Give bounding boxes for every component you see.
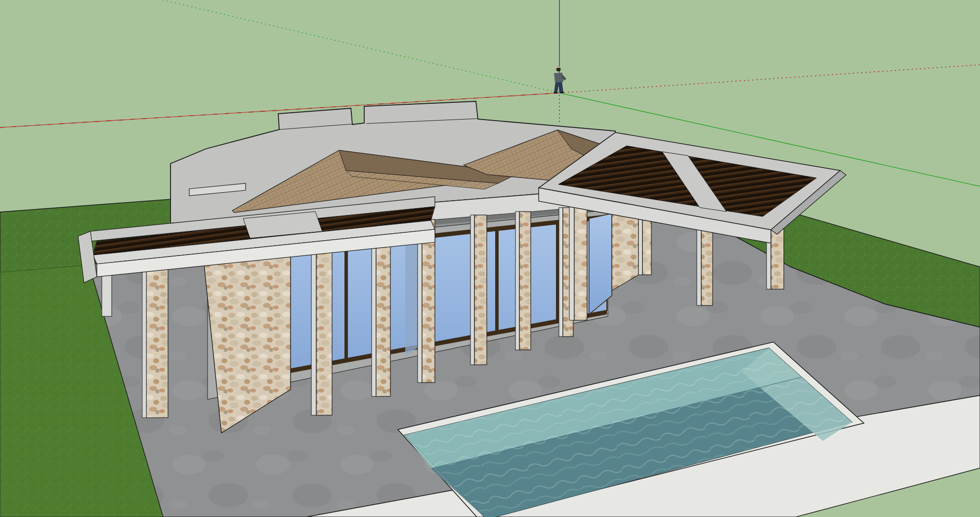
modeling-viewport[interactable] xyxy=(0,0,980,517)
glass-mullion xyxy=(495,226,499,331)
stone-pier[interactable] xyxy=(372,223,390,396)
stone-pier[interactable] xyxy=(470,215,487,365)
figure-foot-right xyxy=(560,91,564,93)
stone-pier[interactable] xyxy=(515,212,531,350)
figure-foot-left xyxy=(554,92,557,94)
scene-canvas[interactable] xyxy=(0,0,980,517)
glass-mullion xyxy=(344,243,348,359)
right-pergola-leg[interactable] xyxy=(639,214,651,275)
left-pergola-stone-leg[interactable] xyxy=(146,251,168,418)
stone-pier[interactable] xyxy=(311,228,332,415)
left-pergola-leg-concrete-strip xyxy=(142,251,146,418)
